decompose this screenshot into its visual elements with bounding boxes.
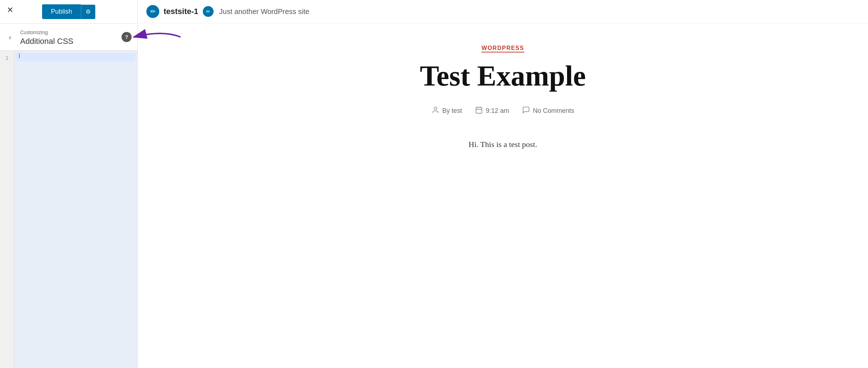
back-button[interactable]: ‹: [0, 24, 20, 50]
pencil-icon: ✏: [206, 9, 210, 14]
gear-icon: ⚙: [86, 8, 91, 15]
publish-button[interactable]: Publish: [42, 4, 81, 19]
help-button[interactable]: ?: [122, 32, 132, 42]
meta-time: 9:12 am: [475, 106, 509, 116]
section-title: Additional CSS: [20, 37, 132, 46]
close-icon: ✕: [7, 5, 13, 15]
svg-point-1: [434, 107, 437, 110]
site-edit-icon[interactable]: ✏: [203, 6, 214, 17]
meta-author: By test: [431, 106, 462, 116]
post-meta: By test 9:12 am: [356, 106, 650, 116]
logo-pencil-icon: ✏: [150, 8, 156, 15]
sidebar-topbar: ✕ Publish ⚙: [0, 0, 137, 24]
back-icon: ‹: [9, 33, 12, 41]
sidebar: ✕ Publish ⚙ ‹ Customizing Additional CSS…: [0, 0, 138, 368]
help-icon: ?: [125, 34, 128, 40]
category-link[interactable]: WORDPRESS: [481, 45, 524, 52]
site-tagline: Just another WordPress site: [219, 8, 310, 16]
site-name: testsite-1: [164, 7, 198, 16]
post-content: Hi. This is a test post.: [356, 137, 650, 152]
svg-rect-2: [476, 107, 482, 114]
clock-icon: [475, 106, 483, 116]
css-editor: 1: [0, 51, 137, 368]
post-title: Test Example: [356, 60, 650, 92]
site-header-bar: ✏ testsite-1 ✏ Just another WordPress si…: [138, 0, 868, 23]
user-icon: [431, 106, 439, 116]
site-logo-icon: ✏: [146, 5, 159, 18]
close-button[interactable]: ✕: [0, 0, 20, 20]
customizing-header: ‹ Customizing Additional CSS ?: [0, 24, 137, 51]
line-numbers: 1: [0, 51, 14, 368]
comment-icon: [522, 106, 530, 116]
meta-comments: No Comments: [522, 106, 574, 116]
settings-button[interactable]: ⚙: [81, 5, 95, 19]
article-wrapper: WORDPRESS Test Example By test: [341, 23, 665, 173]
customizing-label: Customizing: [20, 29, 132, 35]
time-text: 9:12 am: [486, 107, 509, 115]
comments-text: No Comments: [533, 107, 574, 115]
cursor-line[interactable]: [17, 53, 135, 61]
post-category: WORDPRESS: [356, 45, 650, 51]
author-text: By test: [442, 107, 462, 115]
line-number-1: 1: [0, 54, 14, 62]
publish-group: Publish ⚙: [42, 4, 95, 19]
main-content: ✏ testsite-1 ✏ Just another WordPress si…: [138, 0, 868, 368]
